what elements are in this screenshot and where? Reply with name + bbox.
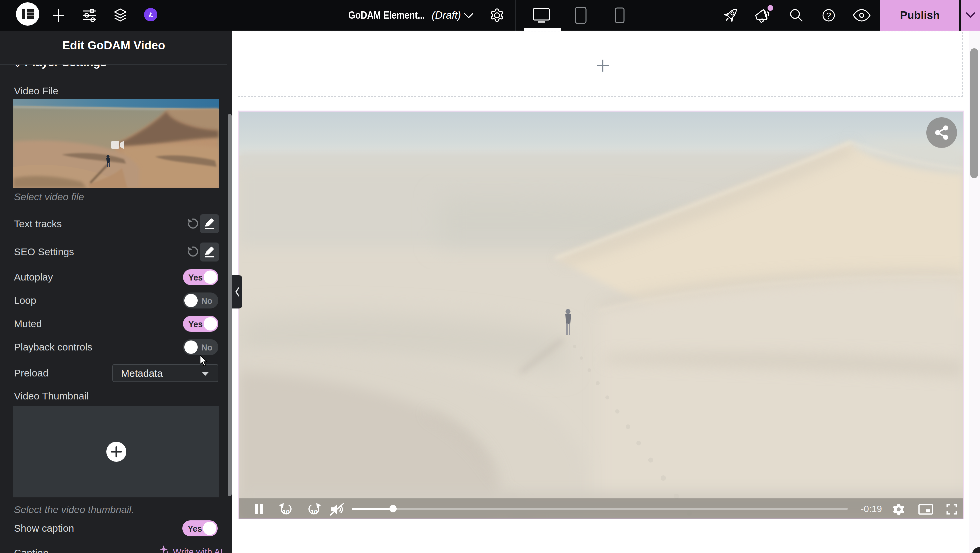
svg-text:10: 10 (310, 509, 318, 516)
svg-text:?: ? (826, 11, 831, 21)
svg-text:10: 10 (282, 509, 290, 516)
